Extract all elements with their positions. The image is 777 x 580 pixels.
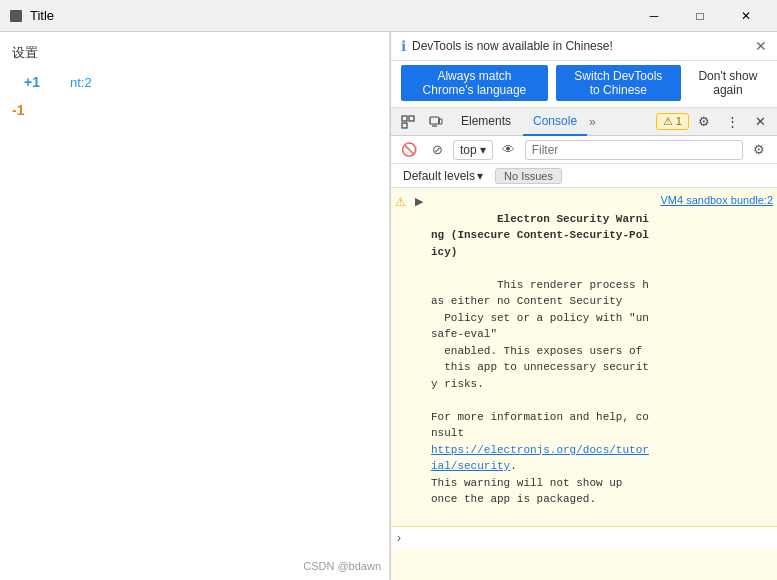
svg-rect-2	[402, 123, 407, 128]
warning-badge[interactable]: ⚠ 1	[656, 113, 689, 130]
window-controls: ─ □ ✕	[631, 0, 769, 32]
left-panel: 设置 +1 nt:2 -1 CSDN @bdawn	[0, 32, 390, 580]
security-doc-link[interactable]: https://electronjs.org/docs/tutorial/sec…	[431, 444, 649, 473]
clear-console-icon[interactable]: 🚫	[397, 138, 421, 162]
filter-icon[interactable]: ⊘	[425, 138, 449, 162]
title-bar: Title ─ □ ✕	[0, 0, 777, 32]
levels-label: Default levels	[403, 169, 475, 183]
console-output: ⚠ ▶ Electron Security Warning (Insecure …	[391, 188, 777, 580]
tab-console[interactable]: Console	[523, 108, 587, 136]
default-levels-btn[interactable]: Default levels ▾	[399, 169, 487, 183]
no-issues-badge[interactable]: No Issues	[495, 168, 562, 184]
switch-devtools-button[interactable]: Switch DevTools to Chinese	[556, 65, 681, 101]
code-positive: nt:2	[58, 75, 104, 90]
levels-chevron-icon: ▾	[477, 169, 483, 183]
svg-rect-4	[430, 117, 439, 124]
tab-elements[interactable]: Elements	[451, 108, 521, 136]
warning-icon: ⚠	[395, 195, 411, 209]
svg-rect-3	[409, 116, 414, 121]
lang-notify-text: DevTools is now available in Chinese!	[412, 39, 613, 53]
minimize-button[interactable]: ─	[631, 0, 677, 32]
console-source[interactable]: VM4 sandbox bundle:2	[660, 194, 773, 206]
console-entry-warning: ⚠ ▶ Electron Security Warning (Insecure …	[391, 192, 777, 527]
devtools-levels: Default levels ▾ No Issues	[391, 164, 777, 188]
watermark: CSDN @bdawn	[303, 560, 381, 572]
devtools-subtoolbar: 🚫 ⊘ top ▾ 👁 ⚙	[391, 136, 777, 164]
main-layout: 设置 +1 nt:2 -1 CSDN @bdawn ℹ DevTools is …	[0, 32, 777, 580]
lang-notify-close-button[interactable]: ✕	[755, 38, 767, 54]
more-tabs-button[interactable]: »	[589, 115, 596, 129]
lang-notification: ℹ DevTools is now available in Chinese! …	[391, 32, 777, 61]
devtools-more-btn[interactable]: ⋮	[719, 110, 745, 134]
filter-input[interactable]	[525, 140, 743, 160]
devtools-settings-btn[interactable]: ⚙	[691, 110, 717, 134]
context-value: top	[460, 143, 477, 157]
svg-rect-1	[402, 116, 407, 121]
count-positive: +1	[12, 70, 52, 94]
window-title: Title	[30, 8, 631, 23]
match-language-button[interactable]: Always match Chrome's language	[401, 65, 548, 101]
context-dropdown-icon: ▾	[480, 143, 486, 157]
svg-rect-5	[439, 119, 442, 124]
inspector-icon-btn[interactable]	[395, 110, 421, 134]
dismiss-button[interactable]: Don't show again	[689, 65, 767, 101]
expand-arrow[interactable]: ▶	[415, 195, 429, 208]
console-prompt-input[interactable]	[405, 531, 771, 545]
eye-icon[interactable]: 👁	[497, 138, 521, 162]
devtools-close-btn[interactable]: ✕	[747, 110, 773, 134]
console-prompt[interactable]: ›	[391, 527, 777, 549]
filter-settings-icon[interactable]: ⚙	[747, 138, 771, 162]
console-message-body: This renderer process has either no Cont…	[431, 279, 649, 440]
devtools-toolbar: Elements Console » ⚠ 1 ⚙ ⋮ ✕	[391, 108, 777, 136]
prompt-arrow-icon: ›	[397, 531, 401, 545]
app-icon	[8, 8, 24, 24]
console-message: Electron Security Warning (Insecure Cont…	[431, 194, 652, 524]
close-button[interactable]: ✕	[723, 0, 769, 32]
console-message-bold: Electron Security Warning (Insecure Cont…	[431, 213, 649, 258]
lang-buttons-row: Always match Chrome's language Switch De…	[391, 61, 777, 108]
maximize-button[interactable]: □	[677, 0, 723, 32]
context-select[interactable]: top ▾	[453, 140, 493, 160]
responsive-icon-btn[interactable]	[423, 110, 449, 134]
settings-label: 设置	[0, 40, 389, 66]
svg-rect-0	[10, 10, 22, 22]
info-icon: ℹ	[401, 38, 406, 54]
devtools-panel: ℹ DevTools is now available in Chinese! …	[390, 32, 777, 580]
count-negative: -1	[0, 98, 389, 122]
